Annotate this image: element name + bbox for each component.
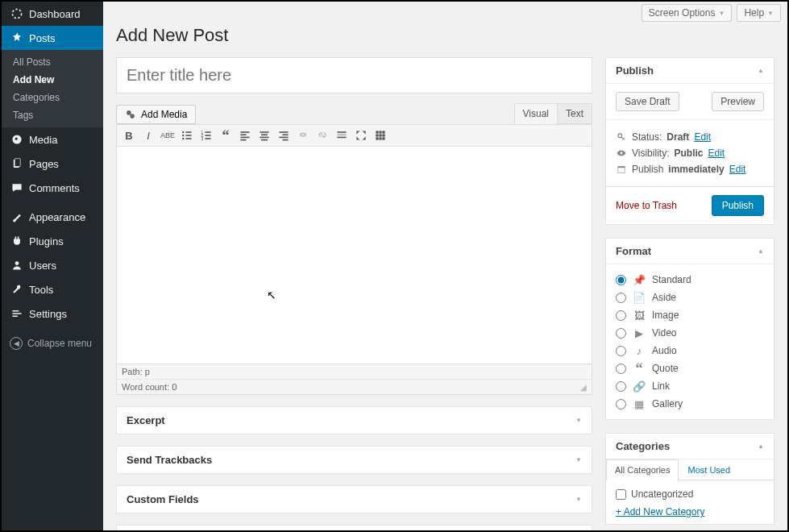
format-gallery-radio[interactable] — [616, 399, 626, 409]
comment-icon — [10, 181, 24, 195]
panel-publish-toggle[interactable]: Publish▲ — [606, 58, 774, 84]
submenu-add-new[interactable]: Add New — [2, 71, 103, 89]
pin-icon: 📌 — [633, 273, 646, 286]
category-uncategorized-checkbox[interactable] — [616, 489, 626, 500]
add-media-button[interactable]: Add Media — [116, 105, 196, 124]
panel-format-toggle[interactable]: Format▲ — [606, 239, 774, 264]
menu-users[interactable]: Users — [2, 253, 103, 277]
collapse-menu[interactable]: ◀ Collapse menu — [2, 330, 103, 356]
visibility-value: Public — [674, 148, 703, 159]
strike-button[interactable]: ABE — [159, 127, 176, 144]
svg-rect-25 — [261, 139, 268, 141]
menu-pages[interactable]: Pages — [2, 152, 103, 176]
save-draft-button[interactable]: Save Draft — [616, 92, 679, 111]
svg-rect-26 — [279, 131, 288, 133]
menu-comments[interactable]: Comments — [2, 176, 103, 200]
menu-label: Comments — [29, 182, 80, 194]
post-title-input[interactable] — [116, 57, 592, 94]
submenu-all-posts[interactable]: All Posts — [2, 53, 103, 71]
help-button[interactable]: Help▼ — [737, 4, 781, 22]
publish-button[interactable]: Publish — [712, 195, 764, 216]
format-standard-radio[interactable] — [616, 275, 626, 285]
format-image-radio[interactable] — [616, 310, 626, 321]
publish-edit-link[interactable]: Edit — [729, 164, 746, 175]
path-label: Path: — [122, 367, 143, 376]
status-edit-link[interactable]: Edit — [694, 131, 711, 143]
format-label: Standard — [652, 274, 691, 285]
submenu-tags[interactable]: Tags — [2, 106, 103, 124]
svg-rect-17 — [205, 138, 210, 139]
svg-rect-11 — [185, 138, 191, 139]
editor-content[interactable]: ↖ — [116, 147, 592, 364]
format-video-radio[interactable] — [616, 328, 626, 339]
align-right-button[interactable] — [275, 127, 293, 144]
svg-rect-27 — [282, 134, 288, 135]
menu-label: Posts — [29, 32, 56, 44]
move-to-trash-link[interactable]: Move to Trash — [616, 200, 677, 211]
panel-publish: Publish▲ Save Draft Preview Status: Draf… — [605, 57, 774, 225]
menu-settings[interactable]: Settings — [2, 301, 103, 326]
more-button[interactable] — [333, 127, 351, 144]
svg-point-42 — [618, 134, 622, 138]
metabox-excerpt-toggle[interactable]: Excerpt▼ — [117, 407, 592, 434]
resize-grip-icon[interactable]: ◢ — [580, 383, 587, 392]
format-aside-radio[interactable] — [616, 293, 626, 303]
align-center-button[interactable] — [255, 127, 273, 144]
menu-appearance[interactable]: Appearance — [2, 205, 103, 229]
format-quote-radio[interactable] — [616, 364, 626, 374]
format-label: Video — [652, 327, 676, 339]
word-count-value: 0 — [172, 382, 176, 392]
bold-button[interactable]: B — [120, 127, 138, 144]
bullet-list-button[interactable] — [178, 127, 196, 144]
status-label: Status: — [632, 131, 662, 143]
svg-rect-33 — [376, 131, 378, 133]
number-list-button[interactable]: 123 — [197, 127, 215, 144]
menu-label: Media — [29, 134, 57, 146]
metabox-trackbacks-toggle[interactable]: Send Trackbacks▼ — [117, 447, 592, 473]
tab-visual[interactable]: Visual — [514, 103, 558, 124]
admin-sidebar: Dashboard Posts All Posts Add New Catego… — [2, 2, 103, 530]
svg-rect-22 — [260, 131, 268, 133]
link-button[interactable] — [294, 127, 312, 144]
format-link-radio[interactable] — [616, 381, 626, 392]
visibility-edit-link[interactable]: Edit — [708, 148, 725, 159]
metabox-custom-fields-toggle[interactable]: Custom Fields▼ — [117, 486, 592, 513]
blockquote-button[interactable]: “ — [217, 127, 235, 144]
publish-value: immediately — [668, 164, 724, 175]
calendar-icon — [616, 164, 627, 175]
preview-button[interactable]: Preview — [712, 92, 764, 111]
format-audio-radio[interactable] — [616, 346, 626, 356]
add-new-category-link[interactable]: + Add New Category — [616, 501, 764, 517]
format-label: Audio — [652, 345, 677, 356]
panel-categories-toggle[interactable]: Categories▲ — [606, 434, 774, 459]
visibility-label: Visibility: — [632, 148, 669, 159]
document-icon: 📄 — [633, 291, 646, 304]
menu-label: Users — [29, 260, 56, 272]
kitchensink-button[interactable] — [372, 127, 389, 144]
submenu-categories[interactable]: Categories — [2, 89, 103, 106]
menu-tools[interactable]: Tools — [2, 277, 103, 301]
add-media-label: Add Media — [141, 109, 187, 120]
menu-plugins[interactable]: Plugins — [2, 229, 103, 253]
metabox-discussion-toggle[interactable]: Discussion▼ — [117, 526, 592, 530]
fullscreen-button[interactable] — [352, 127, 370, 144]
italic-button[interactable]: I — [139, 127, 157, 144]
editor-footer: Path: p Word count: 0 ◢ — [116, 364, 592, 395]
format-label: Quote — [652, 363, 679, 374]
svg-rect-39 — [376, 137, 378, 139]
metabox-discussion: Discussion▼ — [116, 525, 592, 530]
audio-icon: ♪ — [633, 344, 646, 357]
tab-all-categories[interactable]: All Categories — [606, 459, 679, 480]
tab-text[interactable]: Text — [558, 103, 592, 124]
screen-options-button[interactable]: Screen Options▼ — [642, 4, 733, 22]
align-left-button[interactable] — [236, 127, 254, 144]
menu-media[interactable]: Media — [2, 127, 103, 152]
svg-point-5 — [130, 114, 135, 118]
chevron-up-icon: ▲ — [758, 443, 764, 450]
tab-most-used[interactable]: Most Used — [679, 459, 739, 480]
menu-dashboard[interactable]: Dashboard — [2, 2, 103, 26]
path-value: p — [145, 367, 150, 376]
svg-rect-29 — [282, 139, 288, 141]
menu-posts[interactable]: Posts — [2, 26, 103, 50]
unlink-button[interactable] — [314, 127, 331, 144]
